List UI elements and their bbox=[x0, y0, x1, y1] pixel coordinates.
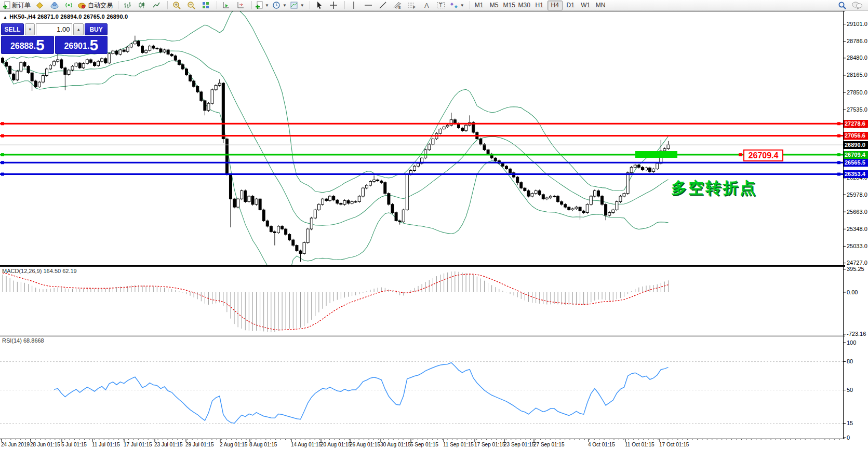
date-axis-label: 5 Sep 01:15 bbox=[410, 442, 438, 447]
price-tag-26709.4: 26709.4 bbox=[844, 151, 868, 159]
price-tag-27278.6: 27278.6 bbox=[844, 120, 868, 128]
rsi-indicator-label: RSI(14) 68.8668 bbox=[2, 337, 44, 344]
price-axis-label: 29101.0 bbox=[847, 21, 867, 27]
date-axis-label: 17 Sep 01:15 bbox=[474, 442, 505, 447]
date-axis-label: 30 Aug 01:15 bbox=[380, 442, 411, 447]
macd-indicator-label: MACD(12,26,9) 164.50 62.19 bbox=[2, 268, 77, 274]
macd-axis-label: 395.25 bbox=[847, 266, 864, 272]
date-axis-label: 23 Sep 01:15 bbox=[504, 442, 535, 447]
date-axis-label: 26 Aug 01:15 bbox=[350, 442, 380, 447]
date-axis-label: 2 Aug 01:15 bbox=[220, 442, 247, 447]
price-axis-label: 25033.0 bbox=[847, 243, 867, 249]
macd-signal-line bbox=[3, 273, 668, 330]
sell-button[interactable]: SELL bbox=[1, 23, 24, 35]
date-axis-label: 5 Jul 01:15 bbox=[61, 442, 87, 447]
price-axis-label: 28165.0 bbox=[847, 72, 867, 78]
price-tag-26565.5: 26565.5 bbox=[844, 159, 868, 167]
date-axis-label: 11 Sep 01:15 bbox=[443, 442, 474, 447]
date-axis-label: 11 Jul 01:15 bbox=[92, 442, 120, 447]
rsi-axis-label: 0 bbox=[847, 434, 850, 441]
one-click-trading-panel: SELL ▼ ▲ BUY 26888.5 26901.5 bbox=[1, 23, 108, 54]
price-axis-label: 28480.0 bbox=[847, 55, 867, 61]
price-axis-label: 24727.0 bbox=[847, 260, 867, 266]
price-axis-label: 27850.0 bbox=[847, 89, 867, 96]
date-axis-label: 11 Oct 01:15 bbox=[625, 442, 655, 447]
highlight-rectangle[interactable] bbox=[635, 151, 677, 158]
date-axis-label: 17 Oct 01:15 bbox=[659, 442, 689, 447]
price-axis-label: 25348.0 bbox=[847, 226, 867, 232]
macd-axis-label: -723.16 bbox=[847, 331, 866, 337]
rsi-axis-label: 50 bbox=[847, 387, 853, 393]
symbol-info: ▲HK50-,H4 26871.0 26894.0 26765.0 26890.… bbox=[3, 13, 128, 20]
price-axis-label: 25978.0 bbox=[847, 192, 867, 198]
rsi-axis-label: 80 bbox=[847, 358, 853, 364]
rsi-axis-label: 15 bbox=[847, 420, 853, 426]
candles-group bbox=[2, 36, 670, 262]
collapse-panel-icon[interactable]: ▲ bbox=[3, 15, 7, 20]
price-callout-box[interactable]: 26709.4 bbox=[743, 149, 783, 161]
macd-axis-label: 0.00 bbox=[847, 289, 858, 295]
date-axis-label: 27 Sep 01:15 bbox=[533, 442, 565, 447]
mt4-terminal: 新订单 自动交易 bbox=[0, 0, 868, 449]
volume-increase-button[interactable]: ▲ bbox=[73, 23, 84, 35]
macd-pane bbox=[3, 271, 668, 332]
date-axis-label: 14 Aug 01:15 bbox=[291, 442, 322, 447]
bollinger-middle-band bbox=[3, 51, 668, 225]
date-axis-label: 20 Aug 01:15 bbox=[321, 442, 351, 447]
sell-price-display[interactable]: 26888.5 bbox=[1, 36, 54, 54]
price-axis-label: 28786.0 bbox=[847, 38, 867, 44]
rsi-axis-label: 100 bbox=[847, 339, 856, 346]
chart-annotation-text[interactable]: 多空转折点 bbox=[671, 178, 757, 199]
price-tag-26890.0: 26890.0 bbox=[844, 141, 868, 149]
price-axis-label: 27535.0 bbox=[847, 106, 867, 113]
bollinger-lower-band bbox=[3, 61, 668, 282]
buy-price-display[interactable]: 26901.5 bbox=[55, 36, 108, 54]
volume-input[interactable] bbox=[36, 23, 72, 35]
date-axis-label: 23 Jul 01:15 bbox=[154, 442, 183, 447]
date-axis-label: 28 Jun 01:15 bbox=[30, 442, 60, 447]
price-tag-27056.6: 27056.6 bbox=[844, 132, 868, 140]
price-tag-26353.4: 26353.4 bbox=[844, 170, 868, 178]
price-axis-label: 25663.0 bbox=[847, 209, 867, 215]
rsi-line bbox=[54, 363, 668, 424]
date-axis-label: 29 Jul 01:15 bbox=[185, 442, 214, 447]
buy-button[interactable]: BUY bbox=[85, 23, 108, 35]
date-axis-label: 24 Jun 2019 bbox=[1, 442, 30, 447]
volume-decrease-button[interactable]: ▼ bbox=[25, 23, 35, 35]
chart-canvas[interactable] bbox=[0, 0, 868, 449]
date-axis-label: 4 Oct 01:15 bbox=[588, 442, 615, 447]
date-axis-label: 17 Jul 01:15 bbox=[124, 442, 152, 447]
date-axis-label: 8 Aug 01:15 bbox=[249, 442, 277, 447]
